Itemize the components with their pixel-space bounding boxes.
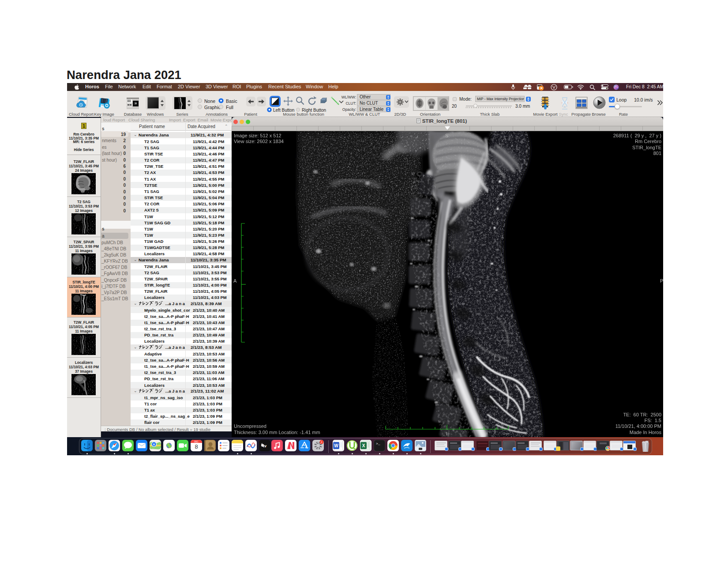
svg-text:W: W xyxy=(334,443,338,448)
svg-text:X: X xyxy=(362,443,365,448)
svg-text:8: 8 xyxy=(195,443,198,450)
svg-text:>_: >_ xyxy=(376,442,380,446)
svg-text:DEC: DEC xyxy=(194,441,199,443)
